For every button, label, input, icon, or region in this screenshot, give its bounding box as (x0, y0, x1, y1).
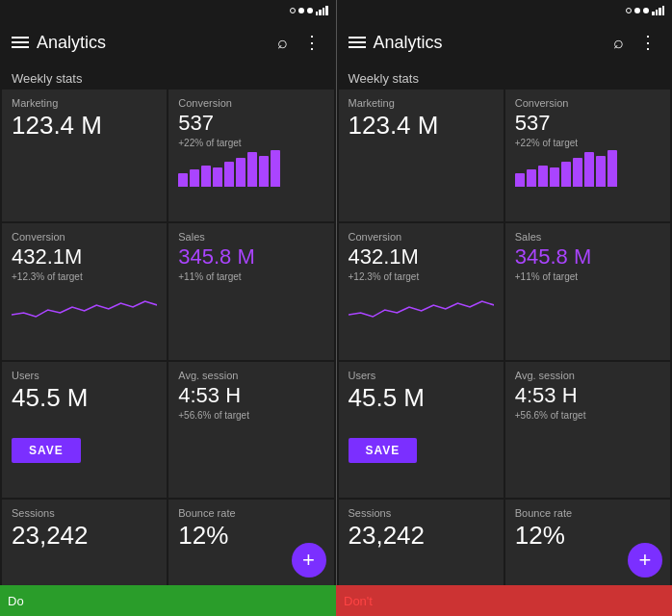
r-bar-chart (515, 152, 660, 187)
save-button-left[interactable]: SAVE (12, 438, 81, 463)
line-chart-right (349, 286, 494, 324)
dont-label-text: Don't (344, 594, 373, 608)
conversion-top-card: Conversion 537 +22% of target (168, 90, 333, 221)
r-bar-c5 (561, 162, 571, 187)
hline3 (12, 46, 29, 48)
conversion-top-sub: +22% of target (178, 138, 323, 148)
stats-grid-right: Marketing 123.4 M Conversion 537 +22% of… (337, 90, 673, 585)
rhline2 (349, 41, 366, 43)
users-card: Users 45.5 M SAVE (2, 362, 167, 498)
conversion-big-sub: +12.3% of target (12, 271, 157, 282)
dot2 (298, 8, 304, 13)
r-conversion-big-label: Conversion (349, 231, 494, 243)
r-conversion-top-sub: +22% of target (515, 138, 660, 148)
status-bar-left (0, 0, 336, 21)
r-conversion-big-card: Conversion 432.1M +12.3% of target (339, 223, 504, 359)
more-icon-left[interactable]: ⋮ (299, 28, 324, 57)
r-avg-session-label: Avg. session (515, 370, 660, 381)
r-marketing-label: Marketing (349, 97, 494, 109)
app-bar-left: Analytics ⌕ ⋮ (0, 21, 336, 64)
conversion-top-value: 537 (178, 111, 323, 136)
rdot3 (643, 8, 649, 13)
marketing-card: Marketing 123.4 M (2, 90, 167, 221)
r-sessions-label: Sessions (349, 507, 494, 519)
save-button-right[interactable]: SAVE (349, 438, 418, 463)
hamburger-icon-right[interactable] (349, 37, 366, 48)
fab-right[interactable]: + (628, 543, 662, 578)
hamburger-icon-left[interactable] (12, 37, 29, 48)
status-icons-right (626, 6, 664, 15)
sessions-card: Sessions 23,242 (2, 500, 167, 585)
status-icons-left (290, 6, 328, 15)
bar-c5 (224, 162, 234, 187)
weekly-stats-left: Weekly stats (0, 64, 336, 90)
r-bar-c3 (538, 166, 548, 187)
do-panel: Analytics ⌕ ⋮ Weekly stats Marketing 123… (0, 0, 337, 585)
avg-session-sub: +56.6% of target (178, 410, 323, 421)
sessions-label: Sessions (12, 507, 157, 519)
conversion-big-label: Conversion (12, 231, 157, 243)
r-users-card: Users 45.5 M SAVE (339, 362, 504, 498)
dot3 (307, 8, 313, 13)
users-value: 45.5 M (12, 383, 157, 413)
bar-c3 (201, 166, 211, 187)
conversion-top-label: Conversion (178, 97, 323, 109)
bar-c2 (190, 169, 199, 187)
r-bar-c2 (527, 169, 536, 187)
app-title-left: Analytics (37, 33, 266, 53)
hline2 (12, 41, 29, 43)
r-bar-c8 (596, 156, 606, 187)
r-marketing-value: 123.4 M (349, 111, 494, 141)
avg-session-label: Avg. session (178, 370, 323, 381)
r-conversion-top-label: Conversion (515, 97, 660, 109)
avg-session-value: 4:53 H (178, 383, 323, 408)
rbar3 (659, 8, 661, 15)
sales-sub: +11% of target (178, 271, 323, 282)
r-sales-value: 345.8 M (515, 244, 660, 270)
rdot2 (634, 8, 640, 13)
r-avg-session-card: Avg. session 4:53 H +56.6% of target (505, 362, 670, 498)
line-chart-left (12, 286, 157, 324)
bar3 (323, 8, 325, 15)
r-sales-sub: +11% of target (515, 271, 660, 282)
sales-value: 345.8 M (178, 244, 323, 270)
r-conversion-big-value: 432.1M (349, 244, 494, 270)
bar-c9 (271, 150, 280, 187)
more-icon-right[interactable]: ⋮ (635, 28, 660, 57)
marketing-label: Marketing (12, 97, 157, 109)
r-users-label: Users (349, 370, 494, 381)
do-label-bar: Do (0, 585, 336, 616)
rhline1 (349, 37, 366, 38)
bar1 (316, 12, 319, 15)
r-avg-session-sub: +56.6% of target (515, 410, 660, 421)
search-icon-right[interactable]: ⌕ (609, 29, 628, 57)
r-bar-c7 (584, 152, 594, 187)
bar-c7 (247, 152, 257, 187)
r-conversion-top-card: Conversion 537 +22% of target (505, 90, 670, 221)
stats-grid-left: Marketing 123.4 M Conversion 537 +22% of… (0, 90, 336, 585)
signal-bars-right (652, 6, 664, 15)
r-sessions-value: 23,242 (349, 521, 494, 551)
search-icon-left[interactable]: ⌕ (273, 29, 292, 57)
r-sales-card: Sales 345.8 M +11% of target (505, 223, 670, 359)
conversion-big-card: Conversion 432.1M +12.3% of target (2, 223, 167, 359)
bar-c4 (213, 167, 222, 187)
rhline3 (349, 46, 366, 48)
r-bar-c9 (607, 150, 617, 187)
r-bounce-rate-card: Bounce rate 12% + (505, 500, 670, 585)
bounce-rate-card: Bounce rate 12% + (168, 500, 333, 585)
bar-c6 (236, 158, 246, 187)
bar-c1 (178, 173, 188, 187)
bounce-rate-label: Bounce rate (178, 507, 323, 519)
dont-label-bar: Don't (336, 585, 672, 616)
hline1 (12, 37, 29, 38)
r-bounce-rate-label: Bounce rate (515, 507, 660, 519)
bar4 (325, 6, 328, 15)
bar2 (319, 10, 322, 15)
marketing-value: 123.4 M (12, 111, 157, 141)
r-users-value: 45.5 M (349, 383, 494, 413)
fab-left[interactable]: + (292, 543, 326, 578)
r-marketing-card: Marketing 123.4 M (339, 90, 504, 221)
rdot1 (626, 8, 632, 13)
rbar1 (652, 12, 655, 15)
